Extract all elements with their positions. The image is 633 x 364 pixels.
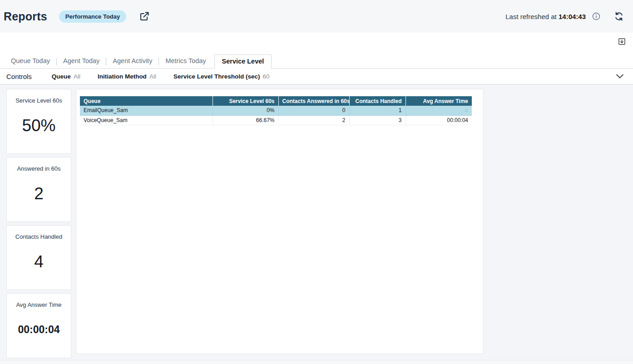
refresh-icon[interactable] [614, 11, 624, 21]
info-icon[interactable] [592, 12, 600, 20]
top-bar: Reports Performance Today Last refreshed… [0, 0, 633, 33]
tab-divider [158, 58, 159, 65]
control-queue-label: Queue [52, 73, 71, 80]
column-header-queue[interactable]: Queue [80, 96, 213, 106]
column-header-contacts-handled[interactable]: Contacts Handled [349, 96, 406, 106]
kpi-card-avg-answer-time: Avg Answer Time 00:00:04 [6, 293, 71, 358]
kpi-value: 00:00:04 [18, 324, 59, 336]
cell-queue[interactable]: VoiceQueue_Sam [80, 115, 213, 125]
kpi-title: Avg Answer Time [16, 301, 61, 308]
column-header-avg-answer-time[interactable]: Avg Answer Time [406, 96, 472, 106]
last-refreshed-text: Last refreshed at 14:04:43 [505, 13, 586, 20]
table-header-row: Queue Service Level 60s Contacts Answere… [80, 96, 472, 106]
cell-contacts-handled[interactable]: 3 [349, 115, 406, 125]
service-level-table-panel: Queue Service Level 60s Contacts Answere… [76, 89, 484, 354]
cell-service-level[interactable]: 0% [213, 106, 278, 115]
controls-title: Controls [6, 73, 32, 80]
kpi-title: Service Level 60s [15, 97, 62, 104]
service-level-table: Queue Service Level 60s Contacts Answere… [80, 96, 472, 125]
control-sl-threshold[interactable]: Service Level Threshold (sec) 60 [173, 73, 270, 80]
kpi-card-service-level: Service Level 60s 50% [6, 89, 71, 154]
download-icon[interactable] [618, 38, 626, 45]
cell-avg-answer-time[interactable]: 00:00:04 [406, 115, 472, 125]
chevron-down-icon[interactable] [616, 74, 624, 79]
table-row[interactable]: EmailQueue_Sam 0% 0 1 :: [80, 106, 472, 115]
tab-metrics-today[interactable]: Metrics Today [165, 55, 206, 68]
control-queue[interactable]: Queue All [52, 73, 80, 80]
kpi-title: Answered in 60s [17, 165, 60, 172]
control-initiation-method-value: All [149, 73, 156, 80]
control-sl-threshold-value: 60 [262, 73, 269, 80]
control-queue-value: All [74, 73, 80, 80]
kpi-card-answered-in-60s: Answered in 60s 2 [6, 157, 71, 222]
cell-contacts-answered[interactable]: 0 [278, 106, 349, 115]
kpi-column: Service Level 60s 50% Answered in 60s 2 … [6, 89, 71, 358]
cell-contacts-handled[interactable]: 1 [349, 106, 406, 115]
tab-service-level[interactable]: Service Level [214, 54, 272, 69]
tab-queue-today[interactable]: Queue Today [11, 55, 50, 68]
cell-queue[interactable]: EmailQueue_Sam [80, 106, 213, 115]
kpi-card-contacts-handled: Contacts Handled 4 [6, 225, 71, 290]
performance-today-badge: Performance Today [59, 10, 126, 23]
kpi-value: 50% [22, 116, 55, 135]
kpi-value: 2 [34, 184, 44, 203]
column-header-contacts-answered-in-60s[interactable]: Contacts Answered in 60s [278, 96, 349, 106]
cell-contacts-answered[interactable]: 2 [278, 115, 349, 125]
tab-agent-today[interactable]: Agent Today [63, 55, 99, 68]
cell-avg-answer-time[interactable]: :: [406, 106, 472, 115]
kpi-title: Contacts Handled [15, 233, 62, 240]
external-link-icon[interactable] [139, 11, 150, 22]
dashboard-sheet: Service Level 60s 50% Answered in 60s 2 … [0, 84, 633, 364]
tab-divider [56, 58, 57, 65]
table-row[interactable]: VoiceQueue_Sam 66.67% 2 3 00:00:04 [80, 115, 472, 125]
page-title: Reports [4, 10, 47, 23]
report-tabs: Queue Today Agent Today Agent Activity M… [0, 55, 633, 69]
kpi-value: 4 [34, 252, 44, 271]
control-sl-threshold-label: Service Level Threshold (sec) [173, 73, 260, 80]
control-initiation-method[interactable]: Initiation Method All [98, 73, 156, 80]
controls-bar: Controls Queue All Initiation Method All… [0, 69, 633, 84]
tab-divider [106, 58, 106, 65]
dashboard-panel: Queue Today Agent Today Agent Activity M… [0, 33, 633, 364]
last-refreshed-prefix: Last refreshed at [505, 13, 559, 20]
last-refreshed-time: 14:04:43 [559, 13, 586, 20]
cell-service-level[interactable]: 66.67% [213, 115, 278, 125]
tab-agent-activity[interactable]: Agent Activity [113, 55, 152, 68]
control-initiation-method-label: Initiation Method [98, 73, 147, 80]
sheet-bottom-edge [0, 360, 633, 364]
column-header-service-level-60s[interactable]: Service Level 60s [213, 96, 278, 106]
